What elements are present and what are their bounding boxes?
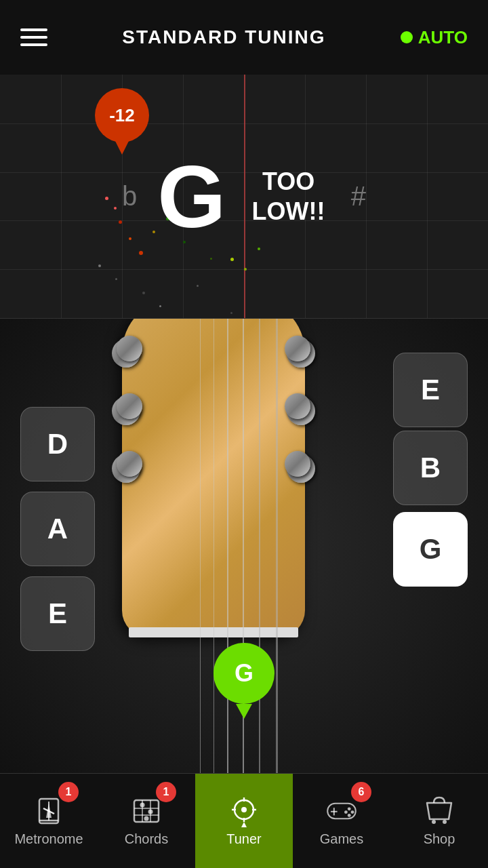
svg-point-10 (140, 803, 145, 808)
sharp-symbol: # (351, 181, 366, 212)
detected-note: G (157, 153, 226, 241)
peg-knob (285, 451, 310, 477)
freq-dot (258, 248, 260, 250)
freq-dot (210, 258, 212, 260)
svg-point-23 (348, 814, 351, 817)
svg-point-28 (443, 820, 447, 824)
shop-label: Shop (424, 831, 455, 847)
freq-dot (115, 278, 117, 280)
nav-tuner[interactable]: Tuner (195, 774, 293, 868)
chords-icon (130, 795, 163, 827)
svg-point-21 (348, 807, 351, 810)
chords-label: Chords (125, 831, 168, 847)
string-E-high-button[interactable]: E (393, 353, 468, 427)
svg-point-27 (432, 820, 436, 824)
shop-icon (423, 795, 455, 827)
pin-note-label: G (235, 659, 253, 688)
flat-symbol: b (122, 181, 137, 212)
games-label: Games (320, 831, 363, 847)
auto-indicator-dot (401, 31, 413, 43)
nav-metronome[interactable]: 1 Metronome (0, 774, 98, 868)
peg-knob (117, 336, 142, 361)
tuner-icon (228, 795, 260, 827)
string-G-button[interactable]: G (393, 512, 468, 587)
note-display: b G TOO LOW!! # (122, 153, 366, 241)
guitar-string (200, 319, 201, 773)
page-title: STANDARD TUNING (122, 26, 325, 48)
string-D-label: D (47, 428, 68, 460)
string-A-button[interactable]: A (20, 492, 95, 566)
current-note-pin: G (214, 643, 274, 719)
nav-games[interactable]: 6 Games (293, 774, 390, 868)
freq-dot (244, 268, 247, 271)
metronome-icon (33, 795, 65, 827)
string-E-low-button[interactable]: E (20, 576, 95, 651)
pin-note-circle: G (214, 643, 274, 704)
freq-dot (230, 258, 234, 261)
svg-point-24 (344, 810, 348, 814)
pitch-offset-bubble: -12 (95, 88, 149, 142)
freq-dot (159, 305, 161, 307)
auto-mode-badge[interactable]: AUTO (401, 27, 468, 48)
svg-point-22 (351, 810, 354, 814)
peg-knob (285, 336, 310, 361)
string-G-label: G (420, 533, 442, 566)
svg-point-12 (144, 816, 149, 821)
svg-marker-19 (241, 822, 247, 827)
string-A-label: A (47, 513, 68, 545)
bottom-nav: 1 Metronome 1 Chords (0, 773, 488, 868)
tuning-status: TOO LOW!! (246, 167, 330, 225)
peg-knob (117, 451, 142, 477)
tuner-display: -12 b G TOO LOW!! # (0, 75, 488, 319)
auto-label: AUTO (418, 27, 468, 48)
freq-dot (105, 197, 108, 200)
freq-dot (230, 312, 232, 314)
guitar-area: E B G D A E G (0, 319, 488, 773)
freq-dot (114, 207, 117, 210)
peg-knob (117, 393, 142, 419)
chords-badge: 1 (156, 782, 176, 802)
svg-point-11 (148, 810, 153, 814)
freq-dot (98, 264, 101, 267)
peg-knob (285, 393, 310, 419)
string-B-button[interactable]: B (393, 431, 468, 505)
string-E-low-label: E (48, 597, 67, 630)
pitch-offset-value: -12 (109, 105, 135, 126)
tuner-label: Tuner (226, 831, 262, 847)
svg-point-14 (241, 807, 247, 812)
games-badge: 6 (351, 782, 371, 802)
pin-pointer (236, 704, 252, 719)
nav-chords[interactable]: 1 Chords (98, 774, 195, 868)
metronome-label: Metronome (14, 831, 83, 847)
freq-dot (142, 292, 145, 294)
string-D-button[interactable]: D (20, 407, 95, 481)
header: STANDARD TUNING AUTO (0, 0, 488, 75)
menu-button[interactable] (20, 28, 47, 46)
freq-dot (197, 285, 199, 287)
string-B-label: B (420, 452, 441, 484)
guitar-string (276, 319, 278, 773)
nav-shop[interactable]: Shop (390, 774, 488, 868)
games-icon (325, 795, 358, 827)
string-E-high-label: E (421, 374, 440, 406)
metronome-badge: 1 (58, 782, 79, 802)
freq-dot (139, 251, 143, 255)
